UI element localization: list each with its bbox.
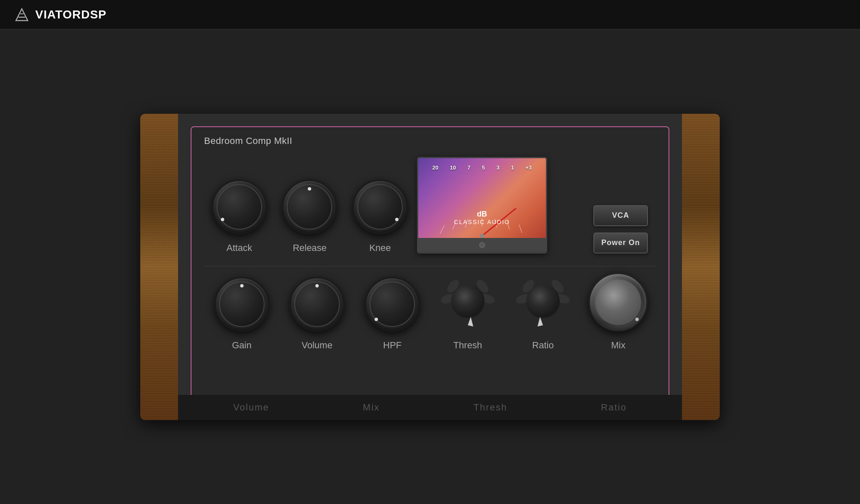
bottom-labels-bar: Volume Mix Thresh Ratio (178, 395, 682, 420)
wood-panel-right (682, 114, 720, 420)
svg-marker-0 (16, 9, 28, 21)
svg-point-22 (526, 285, 560, 318)
main-content: Bedroom Comp MkII Attack (0, 29, 860, 504)
thresh-label: Thresh (453, 340, 482, 351)
row-divider (204, 266, 656, 266)
vu-db-label: dB (418, 210, 546, 219)
ratio-label: Ratio (532, 340, 553, 351)
hpf-knob[interactable] (365, 277, 420, 332)
thresh-knob-container: Thresh (434, 277, 501, 351)
header: VIATORDSP (0, 0, 860, 29)
bottom-label-ratio: Ratio (601, 402, 627, 413)
controls-row-2: Gain Volume HPF (204, 273, 656, 351)
svg-point-11 (480, 234, 484, 238)
gain-knob-container: Gain (208, 277, 275, 351)
hpf-label: HPF (383, 340, 401, 351)
ratio-star-svg (516, 277, 570, 332)
hpf-knob-container: HPF (359, 277, 426, 351)
vu-tick-1: 1 (511, 165, 514, 171)
mix-knob-indicator (635, 318, 639, 321)
attack-label: Attack (226, 243, 252, 253)
mix-label: Mix (611, 340, 625, 351)
knee-label: Knee (369, 243, 391, 253)
vu-meter-display: 20 10 7 5 3 1 +3 (418, 158, 546, 238)
release-knob-container: Release (276, 180, 343, 253)
gain-label: Gain (232, 340, 251, 351)
controls-row-1: Attack Release Knee (204, 157, 656, 253)
hpf-knob-indicator (375, 318, 378, 321)
svg-marker-17 (468, 317, 473, 326)
gain-knob-indicator (240, 284, 244, 287)
bottom-label-thresh: Thresh (473, 402, 507, 413)
vu-tick-7: 7 (467, 165, 470, 171)
bottom-label-mix: Mix (363, 402, 380, 413)
ratio-knob[interactable] (516, 277, 570, 332)
volume-knob-container: Volume (283, 277, 351, 351)
mix-knob-container: Mix (585, 273, 652, 351)
attack-knob[interactable] (212, 180, 267, 234)
vu-tick-3: 3 (496, 165, 499, 171)
release-knob-indicator (308, 187, 311, 191)
release-label: Release (293, 243, 327, 253)
vu-power-dot[interactable] (479, 242, 485, 248)
plugin-center: Bedroom Comp MkII Attack (178, 114, 682, 420)
knee-knob[interactable] (353, 180, 407, 234)
bottom-label-volume: Volume (233, 402, 269, 413)
knee-knob-indicator (395, 218, 399, 221)
vu-meter: 20 10 7 5 3 1 +3 (417, 157, 547, 253)
vu-meter-labels: dB CLASSIC AUDIO (418, 210, 546, 225)
logo-text: VIATORDSP (35, 8, 107, 21)
attack-knob-container: Attack (206, 180, 273, 253)
plugin-title: Bedroom Comp MkII (204, 136, 656, 146)
vca-button[interactable]: VCA (593, 205, 648, 226)
wood-panel-left (140, 114, 178, 420)
ratio-knob-container: Ratio (509, 277, 577, 351)
logo: VIATORDSP (13, 5, 107, 24)
gain-knob[interactable] (215, 277, 269, 332)
release-knob[interactable] (282, 180, 337, 234)
volume-knob[interactable] (290, 277, 344, 332)
vu-classic-label: CLASSIC AUDIO (418, 219, 546, 225)
knee-knob-container: Knee (346, 180, 414, 253)
buttons-column: VCA Power On (587, 197, 654, 253)
vu-meter-bottom (418, 238, 546, 252)
thresh-knob[interactable] (440, 277, 495, 332)
vu-tick-10: 10 (450, 165, 456, 171)
svg-line-3 (440, 225, 444, 234)
volume-label: Volume (302, 340, 332, 351)
vu-tick-20: 20 (432, 165, 438, 171)
mix-knob-wrapper (589, 273, 648, 332)
mix-knob[interactable] (589, 273, 648, 332)
plugin-frame: Bedroom Comp MkII Attack (191, 126, 669, 407)
svg-point-16 (451, 285, 485, 318)
power-button[interactable]: Power On (593, 232, 648, 253)
viator-logo-icon (13, 5, 31, 24)
plugin-outer: Bedroom Comp MkII Attack (140, 114, 720, 420)
vu-tick-5: 5 (482, 165, 485, 171)
volume-knob-indicator (315, 284, 319, 287)
attack-knob-indicator (221, 218, 224, 221)
vu-scale: 20 10 7 5 3 1 +3 (418, 165, 546, 171)
svg-marker-23 (538, 317, 543, 326)
svg-line-9 (519, 225, 522, 233)
vu-tick-plus3: +3 (525, 165, 532, 171)
thresh-star-svg (440, 277, 495, 332)
